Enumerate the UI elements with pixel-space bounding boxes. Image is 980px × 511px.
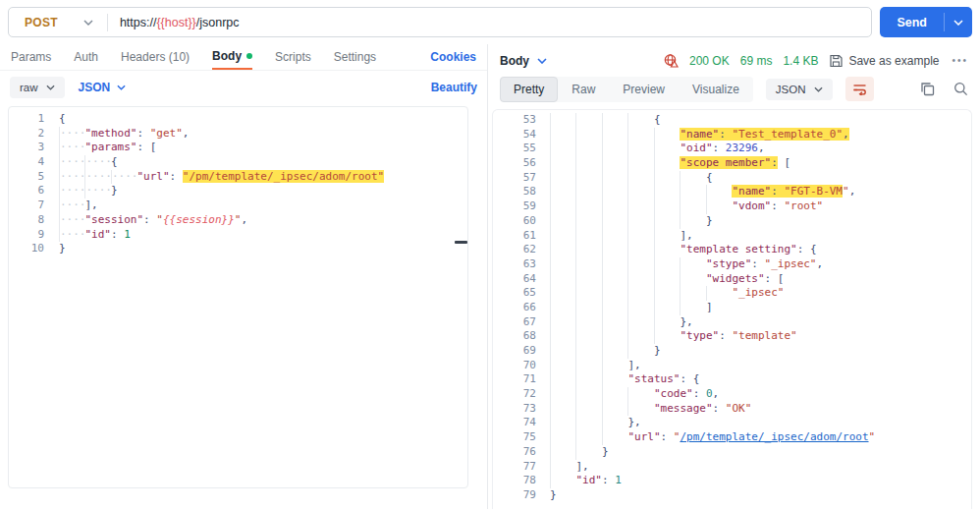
indent-guide (550, 272, 575, 287)
indent-guide (654, 142, 680, 156)
code-token: : (771, 156, 778, 169)
tab-params[interactable]: Params (11, 44, 51, 70)
response-body-viewer[interactable]: 53{54"name": "Test_template_0",55"oid": … (492, 109, 972, 509)
response-language-select[interactable]: JSON (766, 79, 833, 100)
tab-pretty[interactable]: Pretty (500, 77, 558, 102)
indent-guide (575, 387, 601, 402)
method-select[interactable]: POST (9, 16, 107, 29)
indent-guide (680, 301, 705, 315)
url-input[interactable]: https://{{host}}/jsonrpc (108, 16, 240, 29)
code-token: : [ (136, 141, 156, 153)
code-line: 63"stype": "_ipsec", (493, 257, 971, 272)
indent-guide (550, 402, 575, 417)
code-token: : (713, 402, 726, 415)
response-language-label: JSON (776, 84, 806, 95)
line-number: 64 (493, 272, 536, 287)
indent-guide (575, 243, 601, 257)
line-number: 61 (493, 229, 536, 244)
line-number: 67 (493, 315, 536, 330)
beautify-link[interactable]: Beautify (431, 81, 477, 94)
status-badge[interactable]: 200 OK (689, 54, 730, 68)
indent-guide (550, 387, 575, 402)
code-token: , (713, 387, 720, 400)
indent-guide (627, 229, 653, 244)
code-line: 73"message": "OK" (493, 402, 971, 417)
search-icon[interactable] (953, 82, 968, 96)
code-token: /pm/template/_ipsec/adom/root (680, 430, 868, 443)
code-line: 5············"url": "/pm/template/_ipsec… (9, 170, 467, 185)
raw-format-select[interactable]: raw (10, 77, 65, 98)
indent-guide (680, 171, 705, 186)
indent-guide (627, 156, 653, 171)
code-token: "params" (84, 141, 136, 153)
send-button[interactable]: Send (880, 7, 944, 37)
more-options-icon[interactable]: ••• (952, 55, 968, 66)
line-number: 8 (9, 213, 44, 228)
scrollbar-thumb[interactable] (455, 241, 467, 244)
code-line: 1{ (9, 112, 467, 127)
indent-guide (680, 272, 705, 287)
indent-guide (602, 214, 627, 229)
response-toolbar: Pretty Raw Preview Visualize JSON (488, 74, 980, 109)
code-token: "template setting" (680, 243, 796, 256)
indent-guide (550, 474, 575, 488)
code-token: } (59, 242, 66, 255)
tab-body[interactable]: Body (212, 44, 252, 70)
code-line: 54"name": "Test_template_0", (493, 128, 971, 142)
code-token: [ (778, 156, 790, 169)
request-body-editor[interactable]: 1{2····"method": "get",3····"params": [4… (8, 106, 468, 488)
tab-preview[interactable]: Preview (609, 77, 679, 102)
response-body-select[interactable]: Body (500, 54, 547, 68)
line-number: 68 (493, 329, 536, 344)
response-header: Body 200 OK 69 ms 1.4 KB (488, 47, 980, 74)
response-time[interactable]: 69 ms (740, 54, 773, 68)
line-number: 79 (493, 488, 536, 503)
code-line: 57{ (493, 171, 971, 186)
code-line: 10} (9, 242, 467, 256)
indent-guide (602, 387, 627, 402)
indent-guide (550, 329, 575, 344)
code-token: 23296 (726, 142, 758, 154)
save-as-example-button[interactable]: Save as example (829, 54, 939, 68)
code-line: 79} (493, 488, 971, 503)
line-number: 69 (493, 344, 536, 359)
code-line: 7····], (9, 199, 467, 213)
indent-guide (602, 315, 627, 330)
code-token: ], (680, 229, 692, 242)
code-token: "name" (732, 185, 771, 198)
indent-guide (575, 257, 601, 272)
indent-guide (550, 372, 575, 387)
wrap-text-toggle[interactable] (845, 77, 874, 101)
code-line: 71"status": { (493, 372, 971, 387)
code-token: "name" (680, 128, 719, 141)
code-token: : (719, 128, 732, 141)
tab-raw[interactable]: Raw (558, 77, 609, 102)
tab-visualize[interactable]: Visualize (679, 77, 753, 102)
indent-guide: ···· (59, 199, 84, 213)
language-select[interactable]: JSON (79, 81, 127, 94)
tab-scripts[interactable]: Scripts (275, 44, 311, 70)
line-number: 2 (9, 127, 44, 142)
tab-headers[interactable]: Headers (10) (121, 44, 190, 70)
url-input-box[interactable]: POST https://{{host}}/jsonrpc (8, 7, 872, 37)
indent-guide: ···· (59, 141, 84, 155)
code-token: } (654, 344, 661, 357)
copy-icon[interactable] (920, 82, 935, 96)
indent-guide (654, 229, 680, 244)
line-number: 53 (493, 113, 536, 128)
indent-guide (550, 301, 575, 315)
indent-guide (575, 171, 601, 186)
code-line: 78"id": 1 (493, 474, 971, 488)
globe-warning-icon[interactable] (663, 53, 679, 68)
chevron-down-icon (83, 20, 93, 26)
send-options-button[interactable] (945, 7, 972, 37)
indent-guide (575, 329, 601, 344)
tab-settings[interactable]: Settings (334, 44, 376, 70)
line-number: 10 (9, 242, 44, 256)
indent-guide (602, 142, 627, 156)
tab-auth[interactable]: Auth (74, 44, 98, 70)
cookies-link[interactable]: Cookies (430, 50, 476, 64)
code-token: ], (575, 460, 588, 473)
code-token: } (602, 445, 609, 458)
response-size[interactable]: 1.4 KB (783, 54, 818, 68)
